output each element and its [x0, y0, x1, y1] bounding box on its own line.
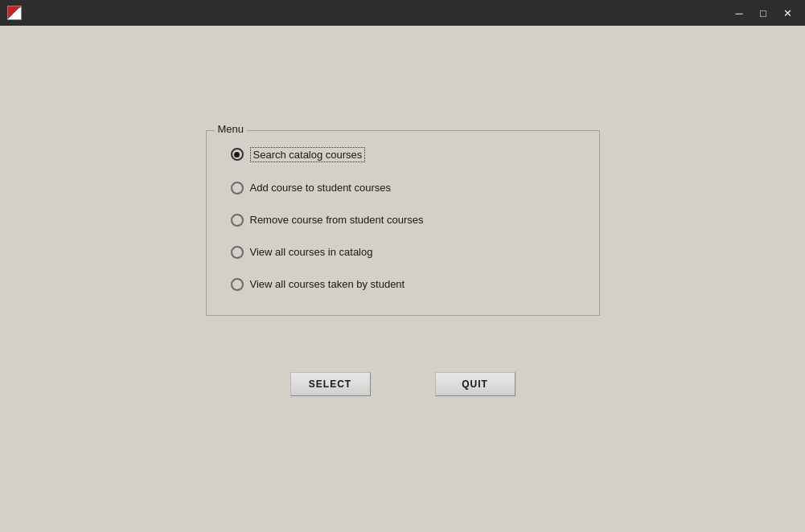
radio-btn-2: [231, 182, 244, 194]
titlebar-left: [6, 5, 23, 21]
radio-option-search-catalog[interactable]: Search catalog courses: [231, 147, 575, 162]
menu-groupbox: Menu Search catalog courses Add course t…: [206, 130, 600, 316]
radio-label-3: Remove course from student courses: [250, 214, 424, 226]
radio-btn-1: [231, 148, 244, 161]
minimize-button[interactable]: ─: [728, 3, 750, 23]
radio-btn-4: [231, 246, 244, 259]
radio-btn-3: [231, 214, 244, 227]
radio-wrapper-2: Add course to student courses: [231, 182, 392, 194]
radio-wrapper-4: View all courses in catalog: [231, 246, 373, 259]
radio-wrapper-1: Search catalog courses: [231, 147, 366, 162]
radio-label-4: View all courses in catalog: [250, 246, 373, 258]
radio-option-view-catalog[interactable]: View all courses in catalog: [231, 246, 575, 259]
radio-dot-1: [234, 152, 240, 158]
radio-label-5: View all courses taken by student: [250, 278, 405, 290]
radio-label-1: Search catalog courses: [250, 147, 366, 162]
menu-legend: Menu: [215, 123, 248, 135]
quit-button[interactable]: QUIT: [435, 372, 515, 396]
maximize-button[interactable]: □: [752, 3, 774, 23]
titlebar: ─ □ ✕: [0, 0, 805, 26]
main-content: Menu Search catalog courses Add course t…: [0, 26, 805, 532]
radio-btn-5: [231, 278, 244, 291]
radio-wrapper-3: Remove course from student courses: [231, 214, 424, 227]
select-button[interactable]: SELECT: [290, 372, 371, 396]
app-icon: [6, 5, 23, 21]
titlebar-controls: ─ □ ✕: [728, 3, 799, 23]
radio-option-remove-course[interactable]: Remove course from student courses: [231, 214, 575, 227]
radio-wrapper-5: View all courses taken by student: [231, 278, 405, 291]
radio-option-add-course[interactable]: Add course to student courses: [231, 182, 575, 194]
buttons-area: SELECT QUIT: [290, 372, 515, 396]
radio-option-view-student[interactable]: View all courses taken by student: [231, 278, 575, 291]
radio-label-2: Add course to student courses: [250, 182, 392, 194]
close-button[interactable]: ✕: [776, 3, 799, 23]
